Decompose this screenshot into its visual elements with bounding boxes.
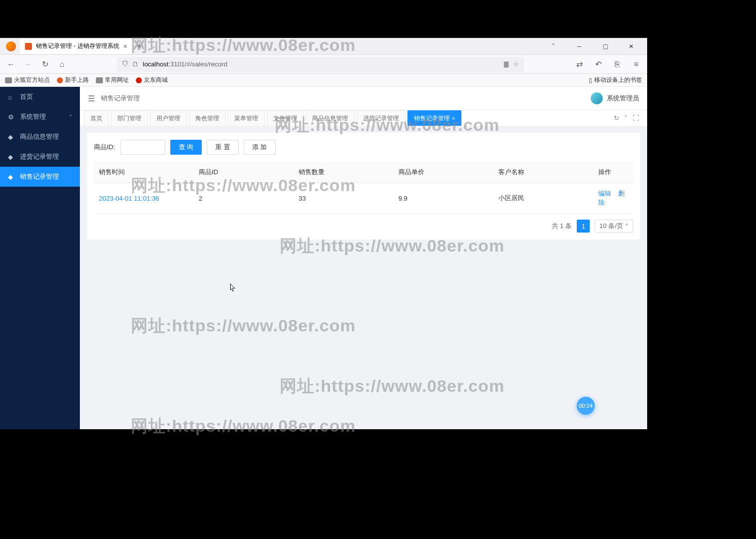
browser-titlebar: 销售记录管理 - 进销存管理系统 × + ˅ ─ ▢ ✕ bbox=[0, 38, 647, 55]
shield-icon: ⛉ bbox=[122, 60, 128, 68]
col-price: 商品单价 bbox=[393, 162, 493, 183]
undo-icon[interactable]: ↶ bbox=[591, 57, 605, 71]
extension-icon[interactable]: ⇄ bbox=[572, 57, 586, 71]
home-button[interactable]: ⌂ bbox=[55, 57, 69, 71]
tab-home[interactable]: 首页 bbox=[84, 110, 109, 126]
tag-icon: ◆ bbox=[8, 153, 15, 160]
cell-time[interactable]: 2023-04-01 11:01:36 bbox=[99, 195, 159, 202]
query-button[interactable]: 查 询 bbox=[170, 140, 202, 155]
sidebar-item-system[interactable]: ⚙ 系统管理 ˅ bbox=[0, 107, 80, 127]
search-label: 商品ID: bbox=[94, 143, 115, 152]
browser-toolbar: ← → ↻ ⌂ ⛉ 🗋 localhost:3101/#/sales/recor… bbox=[0, 55, 647, 74]
col-qty: 销售数量 bbox=[294, 162, 393, 183]
sidebar-item-purchase[interactable]: ◆ 进货记录管理 bbox=[0, 147, 80, 167]
bookmark-bar: 火狐官方站点 新手上路 常用网址 京东商城 ▯移动设备上的书签 bbox=[0, 74, 647, 87]
folder-icon bbox=[96, 77, 103, 83]
menu-button[interactable]: ≡ bbox=[629, 57, 643, 71]
firefox-logo-icon bbox=[6, 41, 16, 51]
breadcrumb: 销售记录管理 bbox=[101, 94, 140, 103]
sidebar-item-sales[interactable]: ◆ 销售记录管理 bbox=[0, 167, 80, 187]
back-button[interactable]: ← bbox=[4, 57, 18, 71]
tabs-dropdown-button[interactable]: ˅ bbox=[624, 114, 628, 122]
chevron-down-icon[interactable]: ˅ bbox=[543, 39, 563, 54]
app-container: ⌂ 首页 ⚙ 系统管理 ˅ ◆ 商品信息管理 ◆ 进货记录管理 ◆ 销售记录管理 bbox=[0, 87, 647, 429]
topbar: ☰ 销售记录管理 系统管理员 bbox=[80, 87, 647, 110]
username: 系统管理员 bbox=[607, 94, 639, 103]
tab-product[interactable]: 商品信息管理 bbox=[306, 110, 355, 126]
avatar bbox=[591, 92, 603, 104]
bookmark-item[interactable]: 常用网址 bbox=[96, 76, 129, 84]
cell-price: 9.9 bbox=[393, 183, 493, 214]
bookmark-item[interactable]: 新手上路 bbox=[57, 76, 89, 84]
url-bar[interactable]: ⛉ 🗋 localhost:3101/#/sales/record ䷀ ☆ bbox=[117, 57, 524, 72]
sidebar-item-products[interactable]: ◆ 商品信息管理 bbox=[0, 127, 80, 147]
tab-role[interactable]: 角色管理 bbox=[189, 110, 226, 126]
bookmark-item[interactable]: 京东商城 bbox=[136, 76, 168, 84]
table-header-row: 销售时间 商品ID 销售数量 商品单价 客户名称 操作 bbox=[94, 162, 633, 183]
bookmark-mobile[interactable]: ▯移动设备上的书签 bbox=[589, 76, 642, 84]
sidebar-item-label: 进货记录管理 bbox=[20, 152, 59, 161]
col-customer: 客户名称 bbox=[493, 162, 593, 183]
table-row: 2023-04-01 11:01:36 2 33 9.9 小区居民 编辑 删除 bbox=[94, 183, 633, 214]
sales-table: 销售时间 商品ID 销售数量 商品单价 客户名称 操作 2023-04-01 1… bbox=[94, 162, 633, 214]
favicon-icon bbox=[136, 77, 142, 83]
reset-button[interactable]: 重 置 bbox=[207, 140, 239, 155]
refresh-tabs-button[interactable]: ↻ bbox=[614, 114, 619, 122]
minimize-button[interactable]: ─ bbox=[569, 39, 589, 54]
product-id-input[interactable] bbox=[120, 140, 165, 155]
tag-icon: ◆ bbox=[8, 173, 15, 180]
tab-file[interactable]: 文件管理 bbox=[267, 110, 304, 126]
tab-user[interactable]: 用户管理 bbox=[150, 110, 187, 126]
edit-link[interactable]: 编辑 bbox=[598, 190, 611, 197]
pagination-total: 共 1 条 bbox=[552, 222, 572, 231]
tab-menu[interactable]: 菜单管理 bbox=[228, 110, 265, 126]
page-number[interactable]: 1 bbox=[577, 220, 590, 233]
add-button[interactable]: 添 加 bbox=[244, 140, 276, 155]
forward-button[interactable]: → bbox=[21, 57, 35, 71]
mobile-icon: ▯ bbox=[589, 77, 592, 84]
tab-dept[interactable]: 部门管理 bbox=[111, 110, 148, 126]
sidebar-item-label: 系统管理 bbox=[20, 112, 46, 121]
tab-close-icon[interactable]: × bbox=[123, 42, 127, 50]
col-time: 销售时间 bbox=[94, 162, 194, 183]
user-area[interactable]: 系统管理员 bbox=[591, 92, 639, 104]
cell-qty: 33 bbox=[294, 183, 393, 214]
star-icon[interactable]: ☆ bbox=[513, 60, 519, 68]
tag-icon: ◆ bbox=[8, 133, 15, 140]
tab-purchase[interactable]: 进货记录管理 bbox=[357, 110, 405, 126]
content: 商品ID: 查 询 重 置 添 加 销售时间 商品ID 销售数量 商品单 bbox=[80, 126, 647, 429]
close-button[interactable]: ✕ bbox=[621, 39, 641, 54]
home-icon: ⌂ bbox=[8, 93, 15, 100]
maximize-button[interactable]: ▢ bbox=[595, 39, 615, 54]
tab-sales[interactable]: 销售记录管理× bbox=[407, 110, 461, 126]
tab-favicon-icon bbox=[25, 43, 32, 50]
close-icon[interactable]: × bbox=[452, 115, 455, 121]
page-tabs: 首页 部门管理 用户管理 角色管理 菜单管理 文件管理 商品信息管理 进货记录管… bbox=[80, 110, 647, 126]
sidebar-item-label: 商品信息管理 bbox=[20, 132, 59, 141]
tab-title: 销售记录管理 - 进销存管理系统 bbox=[36, 42, 119, 50]
download-icon[interactable]: ⎘ bbox=[610, 57, 624, 71]
search-row: 商品ID: 查 询 重 置 添 加 bbox=[94, 140, 633, 155]
browser-window: 销售记录管理 - 进销存管理系统 × + ˅ ─ ▢ ✕ ← → ↻ ⌂ ⛉ 🗋… bbox=[0, 38, 647, 429]
bookmark-item[interactable]: 火狐官方站点 bbox=[5, 76, 50, 84]
page-size-select[interactable]: 10 条/页 ˅ bbox=[595, 220, 633, 233]
cell-customer: 小区居民 bbox=[493, 183, 593, 214]
collapse-sidebar-button[interactable]: ☰ bbox=[88, 94, 95, 103]
gear-icon: ⚙ bbox=[8, 113, 15, 120]
sidebar-item-label: 销售记录管理 bbox=[20, 172, 59, 181]
main-area: ☰ 销售记录管理 系统管理员 首页 部门管理 用户管理 角色管理 菜单管理 文件… bbox=[80, 87, 647, 429]
cell-pid: 2 bbox=[194, 183, 294, 214]
reload-button[interactable]: ↻ bbox=[38, 57, 52, 71]
panel: 商品ID: 查 询 重 置 添 加 销售时间 商品ID 销售数量 商品单 bbox=[87, 133, 640, 240]
new-tab-button[interactable]: + bbox=[132, 39, 146, 53]
col-pid: 商品ID bbox=[194, 162, 294, 183]
col-action: 操作 bbox=[593, 162, 633, 183]
sidebar-item-label: 首页 bbox=[20, 92, 33, 101]
reader-icon[interactable]: ䷀ bbox=[503, 60, 509, 68]
url-host: localhost bbox=[143, 60, 168, 68]
chevron-down-icon: ˅ bbox=[625, 223, 629, 230]
browser-tab[interactable]: 销售记录管理 - 进销存管理系统 × bbox=[20, 39, 132, 54]
folder-icon bbox=[5, 77, 12, 83]
sidebar-item-home[interactable]: ⌂ 首页 bbox=[0, 87, 80, 107]
fullscreen-button[interactable]: ⛶ bbox=[633, 114, 639, 122]
